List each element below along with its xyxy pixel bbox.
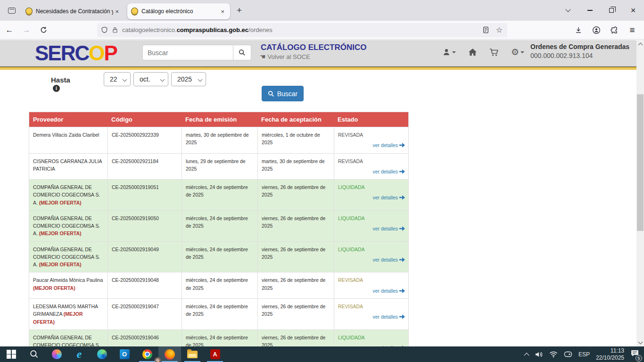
window-close-button[interactable]: × [622, 0, 644, 21]
chrome-icon [142, 349, 152, 359]
url-bar[interactable]: catalogoelectronico.compraspublicas.gob.… [97, 23, 507, 37]
chrome-button[interactable]: G [136, 346, 158, 362]
details-line: ver detalles [338, 256, 405, 263]
clock[interactable]: 11:13 22/10/2025 [596, 347, 624, 362]
tab-close-icon[interactable]: × [219, 8, 226, 16]
action-center-button[interactable]: 5 [630, 349, 639, 359]
cell-fecha-aceptacion: martes, 30 de septiembre de 2025 [257, 154, 334, 180]
language-indicator[interactable]: ESP [578, 351, 590, 358]
page-scrollbar[interactable] [636, 40, 644, 346]
outlook-button[interactable]: O [113, 346, 136, 362]
ver-detalles-link[interactable]: ver detalles [372, 142, 398, 148]
new-tab-button[interactable]: + [232, 4, 247, 16]
ver-detalles-link[interactable]: ver detalles [372, 314, 398, 320]
cell-proveedor: COMPAÑIA GENERAL DE COMERCIO COGECOMSA S… [29, 242, 107, 272]
ver-detalles-link[interactable]: ver detalles [372, 288, 398, 294]
tab-list-chevron-icon[interactable] [557, 0, 579, 21]
taskbar-search-button[interactable] [23, 346, 45, 362]
time: 11:13 [596, 347, 624, 354]
url-text: catalogoelectronico.compraspublicas.gob.… [122, 26, 482, 33]
cell-estado: LIQUIDADA ver detalles [334, 211, 409, 241]
edge-button[interactable] [91, 346, 113, 362]
day-select[interactable]: 22 [104, 72, 131, 86]
reload-button[interactable] [36, 23, 51, 37]
back-to-soce-link[interactable]: ☚ Volver al SOCE [260, 53, 310, 60]
google-badge: G [155, 357, 161, 362]
home-icon [468, 48, 477, 56]
window-minimize-button[interactable] [579, 0, 601, 21]
cell-proveedor: Paucar Almeida Mónica Paulina (MEJOR OFE… [29, 272, 107, 298]
cell-codigo: CE-20250002919049 [107, 242, 182, 272]
tab-close-icon[interactable]: × [113, 8, 121, 16]
ver-detalles-link[interactable]: ver detalles [372, 257, 398, 263]
firefox-view-icon[interactable] [5, 3, 19, 17]
search-input[interactable] [142, 45, 233, 60]
cell-codigo: CE-20250002919050 [107, 211, 182, 241]
wifi-icon[interactable] [549, 351, 558, 358]
browser-tabstrip: Necesidades de Contratación y × Catálogo… [0, 0, 644, 21]
ver-detalles-link[interactable]: ver detalles [372, 226, 398, 231]
settings-menu-button[interactable]: ⚙ [511, 48, 524, 57]
table-header-row: Proveedor Código Fecha de emisión Fecha … [29, 112, 408, 127]
scrollbar-thumb[interactable] [637, 94, 644, 231]
firefox-button[interactable] [158, 346, 181, 362]
ver-detalles-link[interactable]: ver detalles [372, 169, 398, 174]
table-row: Demera Villacis Zaida Claribel CE-202500… [29, 127, 408, 153]
account-number: 000.000.002.913.104 [530, 52, 632, 59]
page-viewport: SERCOP CATÁLOGO ELECTRÓNICO ☚ Volver al … [0, 40, 644, 346]
arrow-right-icon [399, 169, 405, 174]
ver-detalles-link[interactable]: ver detalles [372, 195, 398, 200]
user-menu-button[interactable] [442, 48, 456, 56]
buscar-button[interactable]: Buscar [262, 86, 304, 101]
windows-logo-icon [7, 350, 16, 359]
reader-mode-icon[interactable] [482, 26, 489, 33]
acrobat-button[interactable]: A [204, 346, 226, 362]
tab-necesidades[interactable]: Necesidades de Contratación y × [22, 3, 124, 19]
volume-icon[interactable] [535, 351, 543, 358]
puzzle-icon [611, 26, 618, 34]
meet-now-icon[interactable] [564, 351, 572, 358]
cell-proveedor: LEDESMA RAMOS MARTHA GRIMANEZA (MEJOR OF… [29, 299, 107, 329]
col-proveedor: Proveedor [29, 112, 107, 127]
cart-button[interactable] [489, 48, 499, 57]
status-badge: REVISADA [338, 303, 405, 310]
scroll-down-arrow[interactable] [636, 339, 644, 346]
internet-explorer-icon: e [77, 348, 82, 361]
downloads-button[interactable] [571, 23, 586, 37]
user-icon [442, 48, 451, 56]
copilot-button[interactable] [45, 346, 68, 362]
hasta-label: Hastai [51, 76, 70, 92]
home-button[interactable] [468, 48, 477, 56]
best-offer-tag: (MEJOR OFERTA) [33, 285, 75, 291]
bookmark-star-icon[interactable]: ☆ [496, 25, 503, 34]
internet-explorer-button[interactable]: e [68, 346, 91, 362]
account-icon [592, 26, 601, 34]
details-line: ver detalles [338, 194, 405, 201]
start-button[interactable] [0, 346, 23, 362]
extensions-button[interactable] [607, 23, 621, 37]
cell-estado: REVISADA ver detalles [334, 299, 409, 329]
file-explorer-button[interactable] [181, 346, 204, 362]
cell-proveedor: CISNEROS CARRANZA JULIA PATRICIA [29, 154, 107, 180]
info-icon[interactable]: i [53, 85, 60, 92]
month-select[interactable]: oct. [133, 72, 168, 86]
menu-button[interactable]: ≡ [625, 23, 639, 37]
tab-catalogo[interactable]: Catálogo electrónico × [127, 3, 230, 19]
cell-proveedor: COMPAÑIA GENERAL DE COMERCIO COGECOMSA S… [29, 211, 107, 241]
cell-codigo: CE-20250002919051 [107, 180, 182, 210]
search-button[interactable] [233, 45, 251, 60]
folder-icon [187, 351, 198, 358]
window-restore-button[interactable] [601, 0, 622, 21]
account-button[interactable] [589, 23, 603, 37]
hamburger-icon: ≡ [629, 25, 635, 35]
back-to-soce-label: Volver al SOCE [268, 53, 310, 60]
logo-red: P [104, 41, 116, 65]
cell-codigo: CE-20250002919047 [107, 299, 182, 329]
scroll-up-arrow[interactable] [636, 40, 644, 48]
tray-expand-icon[interactable] [524, 353, 529, 358]
download-icon [575, 26, 582, 34]
forward-button[interactable]: → [19, 23, 34, 37]
col-codigo: Código [107, 112, 182, 127]
back-button[interactable]: ← [2, 23, 17, 37]
year-select[interactable]: 2025 [171, 72, 206, 86]
